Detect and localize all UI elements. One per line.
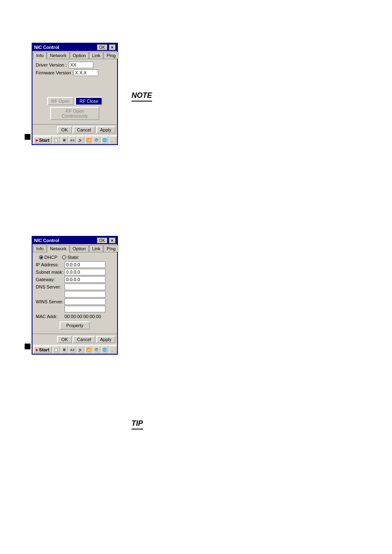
taskbar-icon-16[interactable]: 📰 (109, 346, 116, 353)
tab-network-2[interactable]: Network (47, 245, 69, 252)
rf-open-continuously-btn[interactable]: RF Open Continuously (50, 107, 99, 120)
dhcp-label: DHCP (44, 255, 57, 260)
taskbar-icon-8[interactable]: 📰 (109, 136, 116, 144)
subnet-mask-input[interactable] (65, 269, 106, 275)
taskbar-icon-9[interactable]: 📋 (53, 346, 60, 353)
titlebar-ok-btn-1[interactable]: OK (97, 44, 107, 50)
start-logo-1: ▶ (36, 138, 38, 142)
taskbar-icon-14[interactable]: ⏱ (93, 346, 100, 353)
apply-btn-1[interactable]: Apply (96, 126, 116, 134)
titlebar-close-btn-1[interactable]: × (109, 44, 115, 50)
apply-btn-2[interactable]: Apply (96, 336, 116, 343)
start-label-1: Start (39, 138, 49, 143)
wins-server-input-1[interactable] (65, 298, 106, 305)
taskbar-icon-1[interactable]: 📋 (53, 136, 60, 144)
tip-label-container: TIP (131, 419, 143, 429)
tab-ping-1[interactable]: Ping (104, 52, 118, 59)
taskbar-2: ▶ Start 📋 🖥 AX 🔊 📶 ⏱ 🌐 📰 (32, 345, 117, 354)
info-content-1: Driver Version : XX Firmware Version : X… (32, 59, 117, 124)
rf-open-btn[interactable]: RF Open (47, 97, 74, 105)
tabs-2: Info Network Option Link Ping (32, 244, 117, 252)
static-label: Static (67, 255, 79, 260)
firmware-version-value: X.X.X (74, 69, 98, 76)
dns-server-input-1[interactable] (65, 284, 106, 290)
subnet-mask-row: Subnet mask: (36, 269, 114, 275)
start-label-2: Start (39, 347, 49, 352)
taskbar-icon-7[interactable]: 🌐 (101, 136, 108, 144)
taskbar-icon-5[interactable]: 📶 (85, 136, 92, 144)
dns-server-input-2[interactable] (65, 291, 106, 298)
bottom-buttons-2: OK Cancel Apply (32, 334, 117, 345)
taskbar-icon-11[interactable]: AX (69, 346, 76, 353)
section-bullet-1 (25, 134, 30, 140)
note-label-container: NOTE (131, 91, 152, 102)
tab-option-1[interactable]: Option (70, 52, 89, 59)
gateway-input[interactable] (65, 276, 106, 283)
mac-addr-row: MAC Addr: 00:00:00:00:00:00 (36, 314, 114, 319)
taskbar-icon-3[interactable]: AX (69, 136, 76, 144)
taskbar-icon-13[interactable]: 📶 (85, 346, 92, 353)
tip-label: TIP (131, 419, 143, 429)
titlebar-1: NIC Control OK × (32, 44, 117, 51)
ip-address-row: IP Address: (36, 261, 114, 268)
gateway-label: Gateway: (36, 277, 65, 282)
tab-info-1[interactable]: Info (33, 52, 46, 59)
dns-server-row-1: DNS Server: (36, 284, 114, 290)
property-btn[interactable]: Property (60, 321, 90, 330)
taskbar-1: ▶ Start 📋 🖥 AX 🔊 📶 ⏱ 🌐 📰 (32, 135, 117, 144)
rf-close-btn[interactable]: RF Close (75, 97, 102, 105)
firmware-version-label: Firmware Version : (36, 70, 74, 75)
titlebar-close-btn-2[interactable]: × (109, 238, 115, 243)
window-title-1: NIC Control (34, 45, 59, 50)
mac-addr-label: MAC Addr: (36, 314, 65, 319)
dhcp-radio[interactable] (39, 255, 43, 259)
tab-info-2[interactable]: Info (33, 245, 46, 252)
start-btn-2[interactable]: ▶ Start (33, 346, 52, 353)
start-logo-2: ▶ (36, 348, 38, 352)
ok-btn-1[interactable]: OK (57, 126, 72, 134)
section-bullet-2 (25, 344, 30, 349)
taskbar-icon-4[interactable]: 🔊 (77, 136, 84, 144)
note-label: NOTE (131, 91, 152, 102)
wins-server-row-1: WINS Server: (36, 298, 114, 305)
firmware-version-row: Firmware Version : X.X.X (36, 69, 114, 76)
wins-server-input-2[interactable] (65, 306, 106, 312)
wins-server-label: WINS Server: (36, 299, 65, 304)
driver-version-row: Driver Version : XX (36, 62, 114, 68)
tab-link-1[interactable]: Link (89, 52, 103, 59)
titlebar-ok-btn-2[interactable]: OK (97, 238, 107, 243)
tab-ping-2[interactable]: Ping (104, 245, 118, 252)
titlebar-2: NIC Control OK × (32, 237, 117, 244)
radio-row: DHCP Static (39, 255, 114, 260)
tab-network-1[interactable]: Network (47, 52, 69, 59)
taskbar-icon-12[interactable]: 🔊 (77, 346, 84, 353)
cancel-btn-2[interactable]: Cancel (73, 336, 95, 343)
dhcp-option[interactable]: DHCP (39, 255, 57, 260)
dns-server-label: DNS Server: (36, 284, 65, 289)
driver-version-value: XX (69, 62, 93, 68)
nic-control-window-2: NIC Control OK × Info Network Option Lin… (32, 236, 118, 355)
taskbar-icon-2[interactable]: 🖥 (61, 136, 68, 144)
network-content-2: DHCP Static IP Address: Subnet mask: (32, 252, 117, 334)
rf-buttons-row: RF Open RF Close (36, 97, 114, 105)
ip-address-label: IP Address: (36, 262, 65, 267)
tab-option-2[interactable]: Option (70, 245, 89, 252)
ok-btn-2[interactable]: OK (57, 336, 72, 343)
bottom-buttons-1: OK Cancel Apply (32, 124, 117, 135)
driver-version-label: Driver Version : (36, 62, 69, 67)
gateway-row: Gateway: (36, 276, 114, 283)
taskbar-icon-6[interactable]: ⏱ (93, 136, 100, 144)
taskbar-icon-15[interactable]: 🌐 (101, 346, 108, 353)
static-radio[interactable] (62, 255, 66, 259)
taskbar-icon-10[interactable]: 🖥 (61, 346, 68, 353)
window-title-2: NIC Control (34, 238, 59, 243)
cancel-btn-1[interactable]: Cancel (73, 126, 95, 134)
tabs-1: Info Network Option Link Ping (32, 51, 117, 59)
static-option[interactable]: Static (62, 255, 79, 260)
tab-link-2[interactable]: Link (89, 245, 103, 252)
subnet-mask-label: Subnet mask: (36, 270, 65, 275)
start-btn-1[interactable]: ▶ Start (33, 136, 52, 144)
nic-control-window-1: NIC Control OK × Info Network Option Lin… (32, 43, 118, 145)
ip-address-input[interactable] (65, 261, 106, 268)
mac-addr-value: 00:00:00:00:00:00 (65, 314, 101, 319)
